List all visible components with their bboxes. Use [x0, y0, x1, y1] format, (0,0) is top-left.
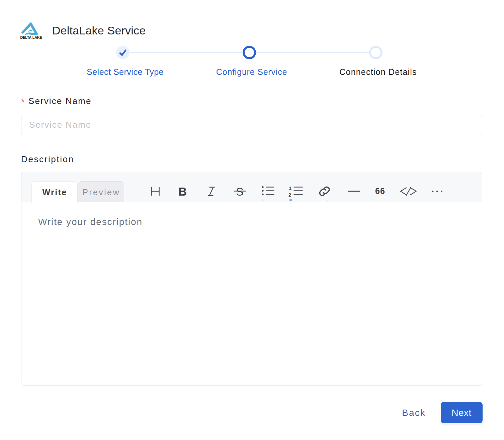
- svg-text:1: 1: [289, 186, 291, 191]
- svg-text:2: 2: [288, 192, 291, 198]
- svg-text:B: B: [178, 185, 187, 198]
- svg-text:66: 66: [375, 186, 385, 196]
- svg-text:S: S: [236, 185, 244, 198]
